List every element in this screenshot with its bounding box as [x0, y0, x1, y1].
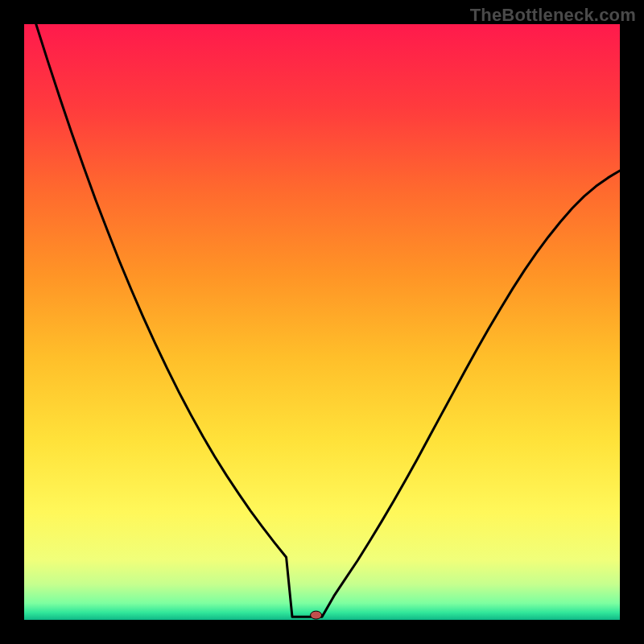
gradient-background — [24, 24, 620, 620]
plot-svg — [24, 24, 620, 620]
chart-frame: TheBottleneck.com — [0, 0, 644, 644]
plot-area — [24, 24, 620, 620]
optimum-marker — [311, 611, 322, 619]
watermark-text: TheBottleneck.com — [470, 5, 636, 26]
